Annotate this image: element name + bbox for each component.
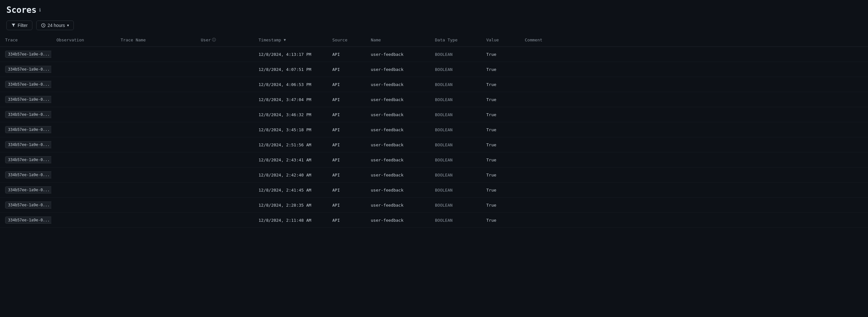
cell-source: API (327, 122, 366, 137)
chevron-down-icon: ▾ (67, 23, 69, 28)
cell-trace[interactable]: 334b57ee-1a9e-0... (0, 137, 51, 152)
cell-source: API (327, 198, 366, 213)
cell-trace[interactable]: 334b57ee-1a9e-0... (0, 122, 51, 137)
cell-source: API (327, 92, 366, 107)
col-header-trace[interactable]: Trace (0, 33, 51, 47)
user-info-icon[interactable]: ⓘ (212, 37, 216, 43)
cell-source: API (327, 77, 366, 92)
cell-source: API (327, 47, 366, 62)
table-row[interactable]: 334b57ee-1a9e-0...12/8/2024, 3:47:04 PMA… (0, 92, 868, 107)
col-header-comment[interactable]: Comment (520, 33, 868, 47)
cell-name: user-feedback (366, 122, 430, 137)
cell-user (196, 122, 253, 137)
cell-observation (51, 167, 116, 183)
cell-timestamp: 12/8/2024, 4:07:51 PM (253, 62, 327, 77)
col-header-datatype[interactable]: Data Type (430, 33, 481, 47)
filter-button[interactable]: Filter (6, 21, 32, 30)
cell-name: user-feedback (366, 47, 430, 62)
cell-trace[interactable]: 334b57ee-1a9e-0... (0, 198, 51, 213)
cell-name: user-feedback (366, 152, 430, 167)
cell-datatype: BOOLEAN (430, 183, 481, 198)
cell-name: user-feedback (366, 183, 430, 198)
cell-trace[interactable]: 334b57ee-1a9e-0... (0, 213, 51, 228)
cell-trace[interactable]: 334b57ee-1a9e-0... (0, 107, 51, 122)
col-header-user[interactable]: User ⓘ (196, 33, 253, 47)
time-range-button[interactable]: 24 hours ▾ (36, 21, 73, 30)
cell-comment (520, 92, 868, 107)
table-row[interactable]: 334b57ee-1a9e-0...12/8/2024, 4:07:51 PMA… (0, 62, 868, 77)
cell-timestamp: 12/8/2024, 2:41:45 AM (253, 183, 327, 198)
cell-observation (51, 47, 116, 62)
cell-trace[interactable]: 334b57ee-1a9e-0... (0, 183, 51, 198)
info-icon[interactable]: ℹ (39, 7, 41, 12)
cell-timestamp: 12/8/2024, 4:13:17 PM (253, 47, 327, 62)
cell-observation (51, 198, 116, 213)
cell-datatype: BOOLEAN (430, 77, 481, 92)
cell-tracename (116, 122, 196, 137)
cell-comment (520, 107, 868, 122)
cell-value: True (481, 152, 520, 167)
cell-user (196, 92, 253, 107)
cell-source: API (327, 62, 366, 77)
cell-trace[interactable]: 334b57ee-1a9e-0... (0, 92, 51, 107)
cell-user (196, 198, 253, 213)
cell-trace[interactable]: 334b57ee-1a9e-0... (0, 167, 51, 183)
page-title: Scores (6, 5, 37, 15)
cell-user (196, 47, 253, 62)
cell-trace[interactable]: 334b57ee-1a9e-0... (0, 152, 51, 167)
cell-timestamp: 12/8/2024, 3:45:18 PM (253, 122, 327, 137)
col-header-observation[interactable]: Observation (51, 33, 116, 47)
col-header-timestamp[interactable]: Timestamp ▼ (253, 33, 327, 47)
cell-comment (520, 47, 868, 62)
cell-observation (51, 183, 116, 198)
sort-desc-icon: ▼ (284, 38, 286, 42)
cell-timestamp: 12/8/2024, 4:06:53 PM (253, 77, 327, 92)
table-row[interactable]: 334b57ee-1a9e-0...12/8/2024, 3:45:18 PMA… (0, 122, 868, 137)
cell-datatype: BOOLEAN (430, 107, 481, 122)
cell-comment (520, 152, 868, 167)
cell-value: True (481, 107, 520, 122)
col-header-source[interactable]: Source (327, 33, 366, 47)
cell-value: True (481, 47, 520, 62)
col-header-name[interactable]: Name (366, 33, 430, 47)
cell-name: user-feedback (366, 167, 430, 183)
scores-table: Trace Observation Trace Name User ⓘ Tim (0, 33, 868, 228)
table-row[interactable]: 334b57ee-1a9e-0...12/8/2024, 2:51:56 AMA… (0, 137, 868, 152)
filter-label: Filter (18, 23, 28, 28)
cell-user (196, 107, 253, 122)
cell-user (196, 77, 253, 92)
cell-tracename (116, 107, 196, 122)
table-row[interactable]: 334b57ee-1a9e-0...12/8/2024, 2:41:45 AMA… (0, 183, 868, 198)
cell-trace[interactable]: 334b57ee-1a9e-0... (0, 47, 51, 62)
table-row[interactable]: 334b57ee-1a9e-0...12/8/2024, 2:28:35 AMA… (0, 198, 868, 213)
table-row[interactable]: 334b57ee-1a9e-0...12/8/2024, 2:42:40 AMA… (0, 167, 868, 183)
cell-comment (520, 62, 868, 77)
cell-timestamp: 12/8/2024, 3:46:32 PM (253, 107, 327, 122)
cell-observation (51, 152, 116, 167)
cell-datatype: BOOLEAN (430, 167, 481, 183)
table-row[interactable]: 334b57ee-1a9e-0...12/8/2024, 2:11:48 AMA… (0, 213, 868, 228)
cell-tracename (116, 183, 196, 198)
table-row[interactable]: 334b57ee-1a9e-0...12/8/2024, 2:43:41 AMA… (0, 152, 868, 167)
table-header-row: Trace Observation Trace Name User ⓘ Tim (0, 33, 868, 47)
cell-name: user-feedback (366, 107, 430, 122)
cell-observation (51, 213, 116, 228)
table-row[interactable]: 334b57ee-1a9e-0...12/8/2024, 3:46:32 PMA… (0, 107, 868, 122)
cell-comment (520, 137, 868, 152)
cell-trace[interactable]: 334b57ee-1a9e-0... (0, 62, 51, 77)
cell-user (196, 152, 253, 167)
cell-value: True (481, 213, 520, 228)
cell-timestamp: 12/8/2024, 2:51:56 AM (253, 137, 327, 152)
cell-comment (520, 122, 868, 137)
cell-value: True (481, 77, 520, 92)
cell-observation (51, 92, 116, 107)
cell-value: True (481, 122, 520, 137)
cell-trace[interactable]: 334b57ee-1a9e-0... (0, 77, 51, 92)
cell-comment (520, 183, 868, 198)
col-header-tracename[interactable]: Trace Name (116, 33, 196, 47)
col-header-value[interactable]: Value (481, 33, 520, 47)
table-row[interactable]: 334b57ee-1a9e-0...12/8/2024, 4:06:53 PMA… (0, 77, 868, 92)
cell-comment (520, 198, 868, 213)
table-row[interactable]: 334b57ee-1a9e-0...12/8/2024, 4:13:17 PMA… (0, 47, 868, 62)
cell-observation (51, 107, 116, 122)
